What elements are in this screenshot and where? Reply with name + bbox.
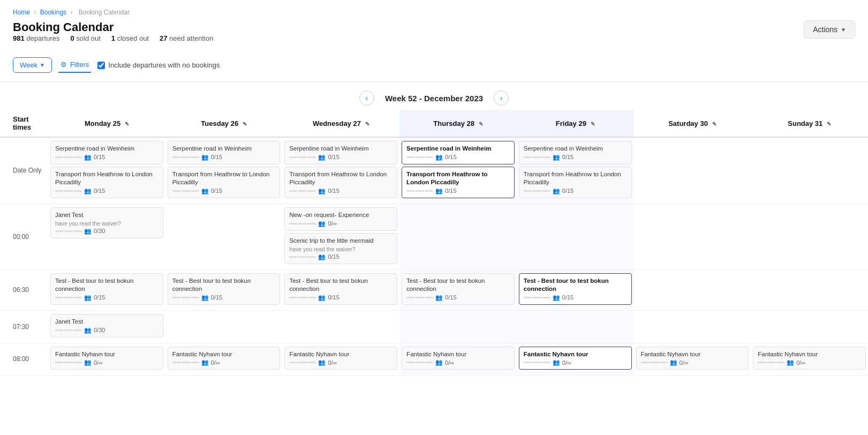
card-title: Serpentine road in Weinheim — [172, 145, 276, 153]
booking-card[interactable]: Transport from Heathrow to London Piccad… — [284, 167, 397, 198]
booking-card[interactable]: Test - Best tour to test bokun connectio… — [168, 273, 281, 305]
booking-card[interactable]: Fantastic Nyhavn tour 👥 0/∞ — [636, 347, 749, 370]
booking-card[interactable]: Serpentine road in Weinheim 👥 0/15 — [50, 141, 163, 164]
booking-card[interactable]: Fantastic Nyhavn tour 👥 0/∞ — [284, 347, 397, 370]
capacity-bar — [641, 362, 668, 363]
booking-card[interactable]: Transport from Heathrow to London Piccad… — [402, 167, 515, 198]
sunday-edit-icon[interactable]: ✎ — [827, 121, 831, 127]
card-capacity: 👥 0/15 — [524, 188, 627, 194]
saturday-header: Saturday 30 ✎ — [634, 110, 751, 137]
friday-edit-icon[interactable]: ✎ — [591, 121, 595, 127]
card-capacity: 👥 0/30 — [55, 327, 158, 334]
card-title: Fantastic Nyhavn tour — [758, 350, 861, 358]
actions-button[interactable]: Actions ▼ — [804, 20, 855, 39]
booking-card[interactable]: Fantastic Nyhavn tour 👥 0/∞ — [168, 347, 281, 370]
card-title: Test - Best tour to test bokun connectio… — [406, 277, 510, 293]
calendar-cell — [634, 137, 751, 204]
time-label: Date Only — [0, 137, 48, 204]
card-capacity: 👥 0/15 — [55, 154, 158, 161]
capacity-bar — [172, 156, 199, 158]
booking-card[interactable]: Test - Best tour to test bokun connectio… — [402, 273, 515, 305]
need-attention-stat: 27 need attention — [160, 34, 214, 42]
people-icon: 👥 — [553, 294, 560, 301]
booking-card[interactable]: Fantastic Nyhavn tour 👥 0/∞ — [753, 347, 866, 370]
saturday-edit-icon[interactable]: ✎ — [712, 121, 716, 127]
card-capacity: 👥 0/15 — [55, 188, 158, 194]
card-title: Serpentine road in Weinheim — [406, 145, 510, 153]
booking-card[interactable]: Fantastic Nyhavn tour 👥 0/∞ — [50, 347, 163, 370]
card-capacity: 👥 0/15 — [406, 154, 510, 161]
next-week-button[interactable]: › — [494, 91, 509, 106]
monday-edit-icon[interactable]: ✎ — [125, 121, 129, 127]
people-icon: 👥 — [553, 188, 560, 194]
calendar-cell — [399, 310, 517, 343]
booking-card[interactable]: Transport from Heathrow to London Piccad… — [50, 167, 163, 198]
filters-button[interactable]: ⚙ Filters — [58, 57, 91, 73]
booking-card[interactable]: Serpentine road in Weinheim 👥 0/15 — [402, 141, 515, 164]
wednesday-edit-icon[interactable]: ✎ — [365, 121, 369, 127]
booking-card[interactable]: Test - Best tour to test bokun connectio… — [284, 273, 397, 305]
calendar-cell: Janet Testhave you read the waiver? 👥 0/… — [48, 204, 165, 269]
people-icon: 👥 — [318, 359, 326, 366]
people-icon: 👥 — [553, 359, 560, 366]
card-title: Transport from Heathrow to London Piccad… — [524, 170, 627, 186]
card-title: Janet Test — [55, 318, 158, 326]
calendar-cell — [634, 269, 751, 310]
booking-card[interactable]: Test - Best tour to test bokun connectio… — [519, 273, 632, 305]
booking-card[interactable]: Fantastic Nyhavn tour 👥 0/∞ — [402, 347, 515, 370]
calendar-cell — [517, 310, 634, 343]
card-subtitle: have you read the waiver? — [289, 246, 393, 252]
booking-card[interactable]: Transport from Heathrow to London Piccad… — [168, 167, 281, 198]
calendar-cell — [165, 310, 283, 343]
people-icon: 👥 — [84, 327, 92, 334]
card-capacity: 👥 0/∞ — [289, 220, 393, 227]
card-title: Test - Best tour to test bokun connectio… — [172, 277, 276, 293]
calendar-cell: Fantastic Nyhavn tour 👥 0/∞ — [751, 343, 868, 376]
sold-out-stat: 0 sold out — [70, 34, 100, 42]
capacity-bar — [289, 362, 316, 363]
stats-row: 981 departures 0 sold out 1 closed out 2… — [13, 34, 213, 42]
breadcrumb-home[interactable]: Home — [13, 9, 30, 16]
include-no-bookings-checkbox[interactable] — [97, 62, 105, 69]
booking-card[interactable]: Janet Test 👥 0/30 — [50, 314, 163, 338]
calendar-cell — [751, 269, 868, 310]
capacity-bar — [406, 297, 433, 298]
prev-week-button[interactable]: ‹ — [359, 91, 374, 106]
card-title: Test - Best tour to test bokun connectio… — [289, 277, 393, 293]
calendar-cell: Fantastic Nyhavn tour 👥 0/∞ — [634, 343, 751, 376]
calendar-cell: Serpentine road in Weinheim 👥 0/15 Trans… — [399, 137, 517, 204]
booking-card[interactable]: Test - Best tour to test bokun connectio… — [50, 273, 163, 305]
actions-label: Actions — [813, 25, 837, 34]
calendar-cell — [751, 310, 868, 343]
week-selector-button[interactable]: Week ▼ — [13, 57, 52, 73]
card-capacity: 👥 0/∞ — [758, 359, 861, 366]
capacity-bar — [172, 362, 199, 363]
booking-card[interactable]: Fantastic Nyhavn tour 👥 0/∞ — [519, 347, 632, 370]
booking-card[interactable]: Janet Testhave you read the waiver? 👥 0/… — [50, 207, 163, 238]
booking-card[interactable]: New -on request- Experience 👥 0/∞ — [284, 207, 397, 231]
people-icon: 👥 — [84, 228, 92, 235]
card-capacity: 👥 0/∞ — [55, 359, 158, 366]
chevron-down-icon: ▼ — [841, 27, 846, 33]
closed-out-stat: 1 closed out — [111, 34, 149, 42]
calendar-cell: Test - Best tour to test bokun connectio… — [165, 269, 283, 310]
card-capacity: 👥 0/30 — [55, 228, 158, 235]
include-no-bookings-label: Include departures with no bookings — [108, 61, 220, 69]
card-capacity: 👥 0/15 — [289, 188, 393, 194]
booking-card[interactable]: Transport from Heathrow to London Piccad… — [519, 167, 632, 198]
booking-card[interactable]: Scenic trip to the little mermaidhave yo… — [284, 233, 397, 264]
booking-card[interactable]: Serpentine road in Weinheim 👥 0/15 — [519, 141, 632, 164]
booking-card[interactable]: Serpentine road in Weinheim 👥 0/15 — [284, 141, 397, 164]
capacity-bar — [55, 362, 82, 363]
booking-card[interactable]: Serpentine road in Weinheim 👥 0/15 — [168, 141, 281, 164]
card-title: Scenic trip to the little mermaid — [289, 237, 393, 245]
capacity-bar — [55, 190, 82, 192]
thursday-edit-icon[interactable]: ✎ — [479, 121, 483, 127]
card-capacity: 👥 0/∞ — [289, 359, 393, 366]
tuesday-edit-icon[interactable]: ✎ — [243, 121, 247, 127]
calendar-cell: Test - Best tour to test bokun connectio… — [399, 269, 517, 310]
friday-header: Friday 29 ✎ — [517, 110, 634, 137]
card-title: New -on request- Experience — [289, 211, 393, 219]
breadcrumb-bookings[interactable]: Bookings — [40, 9, 66, 16]
card-capacity: 👥 0/15 — [172, 294, 276, 301]
